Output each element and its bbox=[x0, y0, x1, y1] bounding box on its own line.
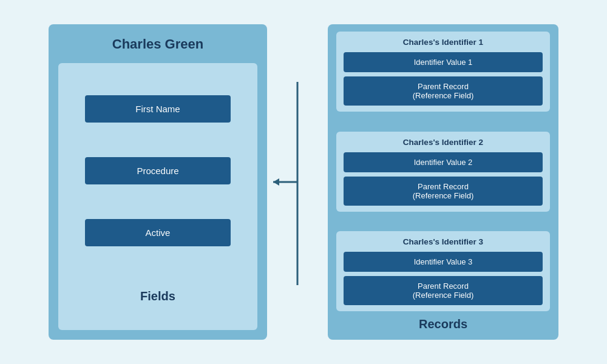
connector-svg bbox=[267, 24, 328, 340]
record-card-3: Charles's Identifier 3 Identifier Value … bbox=[336, 231, 550, 311]
record-card-1: Charles's Identifier 1 Identifier Value … bbox=[336, 32, 550, 112]
record-2-ref: Parent Record(Reference Field) bbox=[344, 177, 543, 206]
records-title: Records bbox=[419, 317, 467, 331]
left-panel: Charles Green First Name Procedure Activ… bbox=[49, 24, 267, 340]
right-panel: Charles's Identifier 1 Identifier Value … bbox=[328, 24, 558, 340]
charles-green-title: Charles Green bbox=[112, 36, 203, 52]
record-2-title: Charles's Identifier 2 bbox=[344, 138, 543, 147]
record-1-value: Identifier Value 1 bbox=[344, 52, 543, 72]
svg-marker-2 bbox=[273, 178, 279, 186]
procedure-field: Procedure bbox=[85, 157, 231, 184]
record-card-2: Charles's Identifier 2 Identifier Value … bbox=[336, 132, 550, 212]
record-1-title: Charles's Identifier 1 bbox=[344, 38, 543, 47]
record-3-ref: Parent Record(Reference Field) bbox=[344, 276, 543, 305]
record-2-value: Identifier Value 2 bbox=[344, 152, 543, 172]
record-3-value: Identifier Value 3 bbox=[344, 252, 543, 272]
active-field: Active bbox=[85, 219, 231, 246]
record-3-title: Charles's Identifier 3 bbox=[344, 237, 543, 246]
diagram-container: Charles Green First Name Procedure Activ… bbox=[12, 12, 595, 352]
fields-label: Fields bbox=[140, 289, 175, 303]
records-inner: Charles's Identifier 1 Identifier Value … bbox=[336, 32, 550, 311]
connector-area bbox=[267, 24, 328, 340]
fields-box: First Name Procedure Active Fields bbox=[58, 63, 257, 330]
record-1-ref: Parent Record(Reference Field) bbox=[344, 76, 543, 106]
first-name-field: First Name bbox=[85, 95, 231, 123]
